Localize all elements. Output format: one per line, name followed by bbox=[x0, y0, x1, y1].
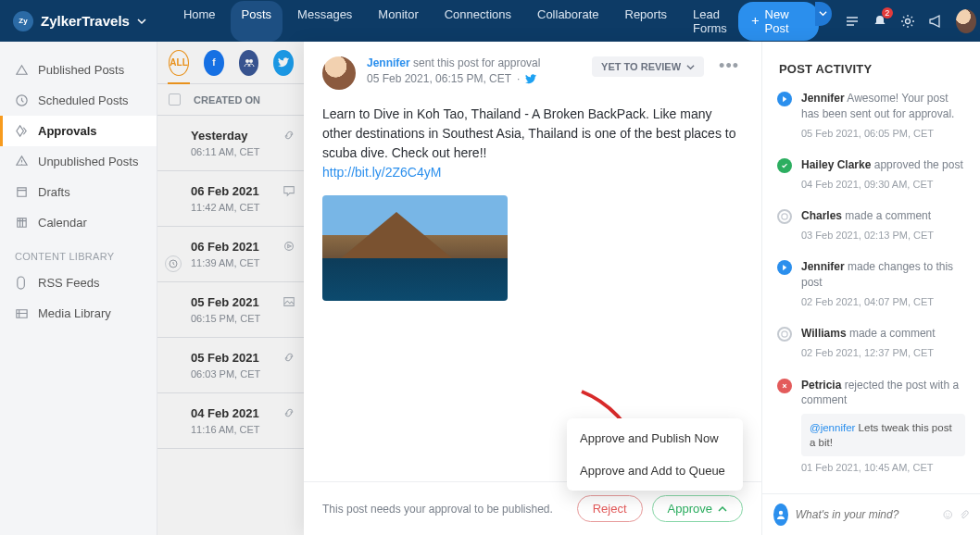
topbar-right: New Post 2 bbox=[738, 2, 976, 41]
svg-point-6 bbox=[946, 513, 947, 514]
post-image bbox=[322, 195, 508, 301]
megaphone-icon[interactable] bbox=[928, 13, 943, 30]
chevron-down-icon bbox=[686, 63, 695, 71]
nav-monitor[interactable]: Monitor bbox=[367, 1, 429, 42]
new-post-caret[interactable] bbox=[815, 2, 832, 26]
reject-button[interactable]: Reject bbox=[577, 495, 643, 522]
sidebar-item-rss-feeds[interactable]: RSS Feeds bbox=[0, 268, 157, 298]
post-link[interactable]: http://bit.ly/2Z6C4yM bbox=[322, 165, 441, 180]
activity-item: Petricia rejected the post with a commen… bbox=[777, 378, 965, 492]
activity-text: Jennifer Awesome! Your post has been sen… bbox=[801, 91, 965, 141]
post-body: Learn to Dive in Koh Tao, Thailand - A B… bbox=[304, 105, 761, 182]
lib-icon bbox=[15, 306, 29, 320]
approve-label: Approve bbox=[668, 502, 712, 516]
reject-icon bbox=[777, 379, 792, 393]
approve-publish-now[interactable]: Approve and Publish Now bbox=[567, 422, 743, 454]
post-column: Jennifer sent this post for approval 05 … bbox=[304, 42, 762, 535]
author-avatar bbox=[322, 56, 356, 90]
nav-lead-forms[interactable]: Lead Forms bbox=[682, 1, 738, 42]
activity-item: Hailey Clarke approved the post04 Feb 20… bbox=[777, 157, 965, 208]
activity-time: 04 Feb 2021, 09:30 AM, CET bbox=[801, 178, 963, 192]
approve-add-queue[interactable]: Approve and Add to Queue bbox=[567, 454, 743, 487]
draft-icon bbox=[15, 185, 29, 199]
sidebar-item-drafts[interactable]: Drafts bbox=[0, 177, 157, 207]
notif-badge: 2 bbox=[882, 7, 893, 19]
brand-name: ZylkerTravels bbox=[41, 13, 130, 29]
activity-item: Jennifer Awesome! Your post has been sen… bbox=[777, 91, 965, 157]
post-meta: Jennifer sent this post for approval 05 … bbox=[367, 56, 581, 85]
post-header: Jennifer sent this post for approval 05 … bbox=[304, 42, 761, 105]
activity-footer bbox=[762, 493, 980, 535]
sidebar-item-published-posts[interactable]: Published Posts bbox=[0, 55, 157, 85]
send-icon bbox=[777, 92, 792, 106]
chevron-up-icon bbox=[718, 504, 727, 514]
svg-point-4 bbox=[779, 511, 783, 515]
nav-messages[interactable]: Messages bbox=[286, 1, 363, 42]
approve-button[interactable]: Approve bbox=[652, 495, 743, 522]
activity-time: 02 Feb 2021, 12:37 PM, CET bbox=[801, 346, 936, 360]
activity-quote: @jennifer Lets tweak this post a bit! bbox=[801, 414, 965, 456]
rss-icon bbox=[15, 276, 29, 290]
new-post-button[interactable]: New Post bbox=[738, 2, 819, 41]
nav-posts[interactable]: Posts bbox=[231, 1, 283, 42]
sidebar-item-unpublished-posts[interactable]: Unpublished Posts bbox=[0, 146, 157, 177]
emoji-icon[interactable] bbox=[943, 507, 952, 522]
warn-icon bbox=[15, 155, 29, 168]
sidebar-item-approvals[interactable]: Approvals bbox=[0, 116, 157, 146]
avatar[interactable] bbox=[956, 9, 976, 33]
plus-icon bbox=[751, 16, 760, 26]
gear-icon[interactable] bbox=[900, 13, 915, 30]
twitter-icon bbox=[525, 73, 537, 85]
approve-icon bbox=[777, 158, 792, 173]
activity-text: Williams made a comment02 Feb 2021, 12:3… bbox=[801, 326, 936, 360]
sidebar-item-scheduled-posts[interactable]: Scheduled Posts bbox=[0, 85, 157, 116]
sidebar: Published PostsScheduled PostsApprovalsU… bbox=[0, 42, 157, 535]
nav-reports[interactable]: Reports bbox=[614, 1, 679, 42]
footer-msg: This post needs your approval to be publ… bbox=[322, 503, 553, 516]
top-nav: HomePostsMessagesMonitorConnectionsColla… bbox=[172, 1, 738, 42]
brand[interactable]: Zy ZylkerTravels bbox=[13, 11, 146, 31]
activity-item: Jennifer made changes to this post02 Feb… bbox=[777, 259, 965, 326]
activity-item: Williams made a comment02 Feb 2021, 12:3… bbox=[777, 326, 965, 377]
svg-point-0 bbox=[905, 19, 910, 23]
topbar: Zy ZylkerTravels HomePostsMessagesMonito… bbox=[0, 0, 980, 42]
nav-home[interactable]: Home bbox=[172, 1, 227, 42]
comment-avatar bbox=[773, 504, 788, 526]
sidebar-item-calendar[interactable]: Calendar bbox=[0, 207, 157, 238]
more-icon[interactable]: ••• bbox=[715, 56, 743, 76]
activity-title: POST ACTIVITY bbox=[762, 42, 980, 91]
queue-icon[interactable] bbox=[845, 13, 860, 30]
activity-column: POST ACTIVITY Jennifer Awesome! Your pos… bbox=[762, 42, 980, 535]
activity-text: Jennifer made changes to this post02 Feb… bbox=[801, 259, 965, 309]
activity-time: 03 Feb 2021, 02:13 PM, CET bbox=[801, 229, 934, 243]
comment-input[interactable] bbox=[796, 508, 936, 521]
attach-icon[interactable] bbox=[960, 508, 969, 522]
activity-text: Charles made a comment03 Feb 2021, 02:13… bbox=[801, 208, 934, 243]
activity-time: 01 Feb 2021, 10:45 AM, CET bbox=[801, 461, 965, 475]
newpost-group: New Post bbox=[738, 2, 832, 41]
cal-icon bbox=[15, 216, 29, 230]
bell-icon[interactable]: 2 bbox=[873, 13, 887, 30]
chevron-down-icon bbox=[819, 9, 827, 18]
clock-icon bbox=[15, 93, 29, 107]
comment-icon bbox=[777, 209, 792, 224]
nav-connections[interactable]: Connections bbox=[433, 1, 522, 42]
send-icon bbox=[15, 63, 29, 77]
send-icon bbox=[777, 260, 792, 275]
status-label: YET TO REVIEW bbox=[601, 61, 681, 72]
activity-time: 05 Feb 2021, 06:05 PM, CET bbox=[801, 127, 965, 141]
activity-text: Hailey Clarke approved the post04 Feb 20… bbox=[801, 157, 963, 192]
reject-label: Reject bbox=[593, 502, 627, 516]
nav-collaborate[interactable]: Collaborate bbox=[526, 1, 610, 42]
activity-time: 02 Feb 2021, 04:07 PM, CET bbox=[801, 295, 965, 309]
post-action: sent this post for approval bbox=[413, 56, 540, 69]
comment-icon bbox=[777, 327, 792, 342]
detail-panel: Jennifer sent this post for approval 05 … bbox=[304, 42, 980, 535]
author-name: Jennifer bbox=[367, 56, 410, 69]
layout: Published PostsScheduled PostsApprovalsU… bbox=[0, 42, 980, 535]
activity-item: Charles made a comment03 Feb 2021, 02:13… bbox=[777, 208, 965, 259]
status-dropdown[interactable]: YET TO REVIEW bbox=[592, 56, 704, 77]
brand-logo: Zy bbox=[13, 11, 33, 31]
chevron-down-icon bbox=[137, 17, 146, 26]
sidebar-item-media-library[interactable]: Media Library bbox=[0, 298, 157, 329]
